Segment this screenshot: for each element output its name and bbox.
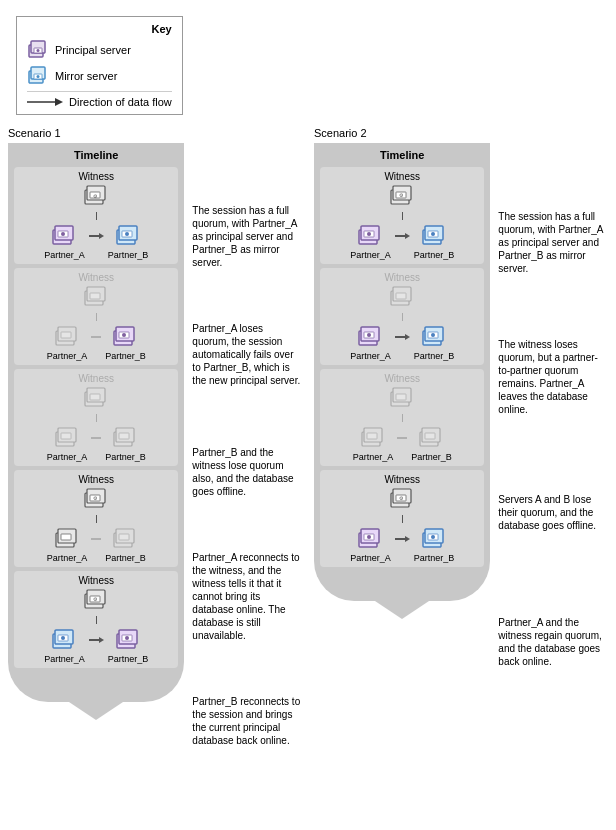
svg-point-21 <box>125 232 129 236</box>
scenario-1-arrow <box>66 700 126 720</box>
svg-point-31 <box>122 333 126 337</box>
svg-point-70 <box>367 232 371 236</box>
scenario-2-label: Scenario 2 <box>314 127 490 139</box>
scenario-2-timeline-bg: Timeline Witness ⚙ <box>314 143 490 601</box>
scenario-1-timeline-bg: Timeline Witness ⚙ <box>8 143 184 702</box>
svg-point-81 <box>367 333 371 337</box>
svg-rect-47 <box>61 534 71 540</box>
svg-rect-94 <box>425 433 435 439</box>
scenario-1-label: Scenario 1 <box>8 127 184 139</box>
svg-point-106 <box>431 535 435 539</box>
scenarios-wrapper: Scenario 1 Timeline Witness ⚙ <box>0 127 616 789</box>
svg-point-58 <box>61 636 65 640</box>
key-box: Key Principal server Mirror server <box>16 16 183 115</box>
scenario-2-desc-col: The session has a full quorum, with Part… <box>498 127 608 781</box>
scenario-1-step-4: Witness ⚙ <box>14 470 178 567</box>
scenario-2-desc-1: The session has a full quorum, with Part… <box>498 177 608 307</box>
scenario-1-step-2: Witness <box>14 268 178 365</box>
scenario-2-timeline: Timeline Witness ⚙ <box>314 143 490 781</box>
svg-point-62 <box>125 636 129 640</box>
partner-a-icon-s1-1 <box>50 222 78 250</box>
svg-rect-91 <box>367 433 377 439</box>
svg-point-85 <box>431 333 435 337</box>
key-title: Key <box>27 23 172 35</box>
svg-point-74 <box>431 232 435 236</box>
scenario-1-desc-4: Partner_A reconnects to the witness, and… <box>192 531 302 661</box>
witness-group-s1-1: Witness ⚙ <box>18 171 174 212</box>
scenario-2-arrow <box>372 599 432 619</box>
svg-point-17 <box>61 232 65 236</box>
svg-rect-88 <box>396 394 406 400</box>
scenario-2-step-2: Witness <box>320 268 484 365</box>
svg-point-102 <box>367 535 371 539</box>
witness-icon-s1-2 <box>82 283 110 311</box>
data-flow-arrow-icon <box>27 97 63 107</box>
scenario-1-step-1: Witness ⚙ <box>14 167 178 264</box>
partner-a-label-s1-1: Partner_A <box>44 250 85 260</box>
partner-b-label-s1-1: Partner_B <box>108 250 149 260</box>
svg-rect-77 <box>396 293 406 299</box>
svg-rect-34 <box>90 394 100 400</box>
svg-rect-24 <box>90 293 100 299</box>
scenario-1-desc-5: Partner_B reconnects to the session and … <box>192 661 302 781</box>
scenario-2-desc-2: The witness loses quorum, but a partner-… <box>498 307 608 447</box>
svg-point-7 <box>37 75 40 78</box>
scenario-2-step-4: Witness ⚙ <box>320 470 484 567</box>
witness-label-s1-1: Witness <box>78 171 114 182</box>
scenario-1-desc-1: The session has a full quorum, with Part… <box>192 177 302 295</box>
scenario-1-desc-col: The session has a full quorum, with Part… <box>192 127 302 781</box>
scenario-1-desc-2: Partner_A loses quorum, the session auto… <box>192 295 302 413</box>
svg-point-3 <box>37 49 40 52</box>
scenario-2-timeline-label: Timeline <box>320 149 484 161</box>
mirror-server-icon-key <box>27 65 49 87</box>
scenario-1-step-3: Witness <box>14 369 178 466</box>
witness-icon-s1-1: ⚙ <box>82 182 110 210</box>
scenario-1-timeline: Timeline Witness ⚙ <box>8 143 184 781</box>
scenario-2-step-1: Witness ⚙ <box>320 167 484 264</box>
mirror-server-label: Mirror server <box>55 70 117 82</box>
partner-a-col-s1-1: Partner_A <box>44 222 85 260</box>
principal-server-icon <box>27 39 49 61</box>
scenario-1-timeline-label: Timeline <box>14 149 178 161</box>
scenario-2-desc-4: Partner_A and the witness regain quorum,… <box>498 577 608 707</box>
svg-rect-50 <box>119 534 129 540</box>
principal-server-label: Principal server <box>55 44 131 56</box>
partner-b-col-s1-1: Partner_B <box>108 222 149 260</box>
partner-b-icon-s1-1 <box>114 222 142 250</box>
scenario-1-block: Scenario 1 Timeline Witness ⚙ <box>8 127 184 781</box>
key-arrow-row: Direction of data flow <box>27 91 172 108</box>
partners-row-s1-1: Partner_A <box>18 222 174 260</box>
key-principal-row: Principal server <box>27 39 172 61</box>
scenario-1-desc-3: Partner_B and the witness lose quorum al… <box>192 413 302 531</box>
svg-rect-40 <box>119 433 129 439</box>
key-mirror-row: Mirror server <box>27 65 172 87</box>
data-flow-label: Direction of data flow <box>69 96 172 108</box>
scenario-2-desc-3: Servers A and B lose their quorum, and t… <box>498 447 608 577</box>
scenario-1-step-5: Witness ⚙ <box>14 571 178 668</box>
svg-marker-9 <box>55 98 63 106</box>
svg-rect-27 <box>61 332 71 338</box>
svg-rect-37 <box>61 433 71 439</box>
scenario-2-block: Scenario 2 Timeline Witness ⚙ <box>314 127 490 781</box>
scenario-2-step-3: Witness <box>320 369 484 466</box>
